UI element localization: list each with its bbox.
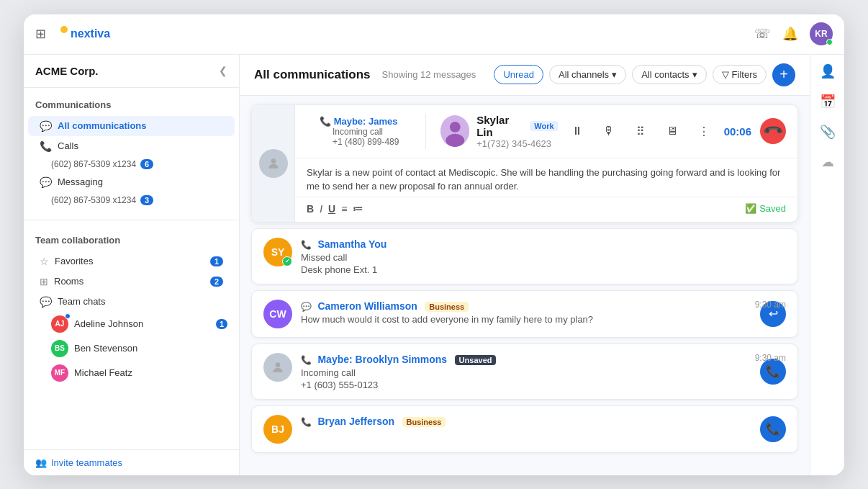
sidebar-item-messaging[interactable]: 💬 Messaging <box>28 172 235 192</box>
avatar-michael: MF <box>51 364 68 382</box>
sidebar: ACME Corp. ❮ Communications 💬 All commun… <box>24 55 240 475</box>
add-button[interactable]: + <box>772 63 795 86</box>
bold-button[interactable]: B <box>307 203 314 215</box>
svg-point-6 <box>276 362 281 367</box>
brooklyn-card: 📞 Maybe: Brooklyn Simmons Unsaved Incomi… <box>251 344 798 400</box>
adeline-count: 1 <box>216 319 227 329</box>
sidebar-item-favorites[interactable]: ☆ Favorites 1 <box>28 251 235 272</box>
svg-text:nextiva: nextiva <box>71 27 110 40</box>
call-note: Skylar is a new point of contact at Medi… <box>295 158 797 197</box>
bryan-avatar: BJ <box>263 415 292 444</box>
james-avatar <box>259 149 288 178</box>
check-icon: ✅ <box>745 203 756 214</box>
cameron-card: CW 💬 Cameron Williamson Business How muc… <box>251 290 798 338</box>
messages-list: 📞 Maybe: James Incoming call +1 (480) 89… <box>240 96 810 475</box>
sidebar-item-team-chats[interactable]: 💬 Team chats <box>28 292 235 312</box>
attachment-icon[interactable]: 📎 <box>820 124 836 140</box>
caller-number: +1(732) 345-4623 <box>476 138 558 149</box>
keypad-button[interactable]: ⠿ <box>629 120 652 143</box>
sidebar-header: ACME Corp. ❮ <box>24 55 239 88</box>
contact-icon[interactable]: 👤 <box>820 63 836 79</box>
brooklyn-name: Maybe: Brooklyn Simmons <box>317 354 447 365</box>
michael-name: Michael Featz <box>74 367 227 378</box>
caller-name: Skylar Lin <box>476 114 521 138</box>
unread-button[interactable]: Unread <box>494 65 543 84</box>
team-chat-ben[interactable]: BS Ben Stevenson <box>24 336 239 361</box>
messaging-icon: 💬 <box>40 176 52 188</box>
brooklyn-body: 📞 Maybe: Brooklyn Simmons Unsaved Incomi… <box>301 353 751 390</box>
contacts-button[interactable]: All contacts ▾ <box>632 65 706 84</box>
nav-label-team-chats: Team chats <box>58 296 223 307</box>
pause-button[interactable]: ⏸ <box>566 120 589 143</box>
caller-tag: Work <box>530 121 558 131</box>
james-number: +1 (480) 899-489 <box>320 137 399 147</box>
samantha-check: ✓ <box>282 256 292 266</box>
sidebar-item-rooms[interactable]: ⊞ Rooms 2 <box>28 272 235 292</box>
calls-number: (602) 867-5309 x1234 <box>51 159 136 169</box>
underline-button[interactable]: U <box>328 203 335 215</box>
sidebar-item-calls[interactable]: 📞 Calls <box>28 136 235 156</box>
samantha-detail: Desk phone Ext. 1 <box>301 264 786 275</box>
samantha-name: Samantha You <box>317 238 386 250</box>
svg-point-4 <box>450 122 461 133</box>
call-controls: ⏸ 🎙 ⠿ 🖥 ⋮ 00:06 📞 <box>566 118 786 144</box>
team-chats-icon: 💬 <box>40 296 52 308</box>
filter-group: Unread All channels ▾ All contacts ▾ ▽ F… <box>494 63 795 86</box>
cloud-icon[interactable]: ☁ <box>821 154 834 170</box>
brooklyn-avatar <box>263 353 292 382</box>
end-call-button[interactable]: 📞 <box>755 113 792 150</box>
bryan-tag: Business <box>402 417 446 427</box>
caller-info: Skylar Lin Work +1(732) 345-4623 <box>476 114 558 149</box>
team-chat-michael[interactable]: MF Michael Featz <box>24 361 239 385</box>
online-dot <box>826 39 833 45</box>
grid-icon[interactable]: ⊞ <box>35 26 46 42</box>
samantha-body: 📞 Samantha You Missed call Desk phone Ex… <box>301 238 786 275</box>
filters-button[interactable]: ▽ Filters <box>713 65 767 84</box>
invite-teammates-button[interactable]: 👥 Invite teammates <box>24 449 239 475</box>
bryan-call-button[interactable]: 📞 <box>760 416 786 442</box>
adeline-name: Adeline Johnson <box>74 318 210 329</box>
nav-label-favorites: Favorites <box>55 256 204 266</box>
nav-label-calls: Calls <box>58 140 223 151</box>
ben-name: Ben Stevenson <box>74 343 227 354</box>
samantha-card: SY ✓ 📞 Samantha You Missed call Desk pho… <box>251 228 798 284</box>
communications-section: Communications 💬 All communications 📞 Ca… <box>24 88 239 217</box>
right-panel: 👤 📅 📎 ☁ <box>810 55 844 475</box>
team-chat-adeline[interactable]: AJ Adeline Johnson 1 <box>24 312 239 336</box>
calls-sub-item[interactable]: (602) 867-5309 x1234 6 <box>24 156 239 172</box>
user-avatar[interactable]: KR <box>810 22 833 45</box>
italic-button[interactable]: I <box>320 203 322 215</box>
more-button[interactable]: ⋮ <box>692 120 715 143</box>
calls-badge: 6 <box>140 159 153 169</box>
bell-icon[interactable]: 🔔 <box>782 26 798 42</box>
phone-icon-brooklyn: 📞 <box>301 355 312 365</box>
calendar-icon[interactable]: 📅 <box>820 94 836 109</box>
avatar-adeline: AJ <box>51 315 68 333</box>
brooklyn-sub: Incoming call <box>301 367 751 378</box>
favorites-badge: 1 <box>210 256 223 266</box>
nav-label-messaging: Messaging <box>58 176 223 187</box>
sidebar-item-all-communications[interactable]: 💬 All communications <box>28 116 235 136</box>
bullet-list-button[interactable]: ≡ <box>341 203 347 215</box>
saved-indicator: ✅ Saved <box>745 203 786 214</box>
filters-label: Filters <box>732 69 757 80</box>
cameron-name: Cameron Williamson <box>317 300 417 312</box>
brooklyn-time: 9:30 am <box>755 353 786 363</box>
messaging-sub-item[interactable]: (602) 867-5309 x1234 3 <box>24 192 239 208</box>
collapse-button[interactable]: ❮ <box>219 65 227 76</box>
invite-icon: 👥 <box>35 457 47 468</box>
phone-icon[interactable]: ☏ <box>754 26 771 42</box>
channels-button[interactable]: All channels ▾ <box>549 65 626 84</box>
mute-button[interactable]: 🎙 <box>597 120 620 143</box>
caller-avatar <box>440 115 470 147</box>
logo: nextiva <box>55 24 119 43</box>
channels-label: All channels <box>559 69 609 80</box>
team-section: Team collaboration ☆ Favorites 1 ⊞ Rooms… <box>24 223 239 394</box>
samantha-avatar: SY ✓ <box>263 238 292 266</box>
screen-button[interactable]: 🖥 <box>661 120 684 143</box>
ordered-list-button[interactable]: ≔ <box>353 203 363 215</box>
invite-label: Invite teammates <box>51 457 122 468</box>
messaging-number: (602) 867-5309 x1234 <box>51 195 136 205</box>
chat-icon-sm: 💬 <box>301 302 312 312</box>
cameron-time: 9:30 am <box>755 300 786 310</box>
